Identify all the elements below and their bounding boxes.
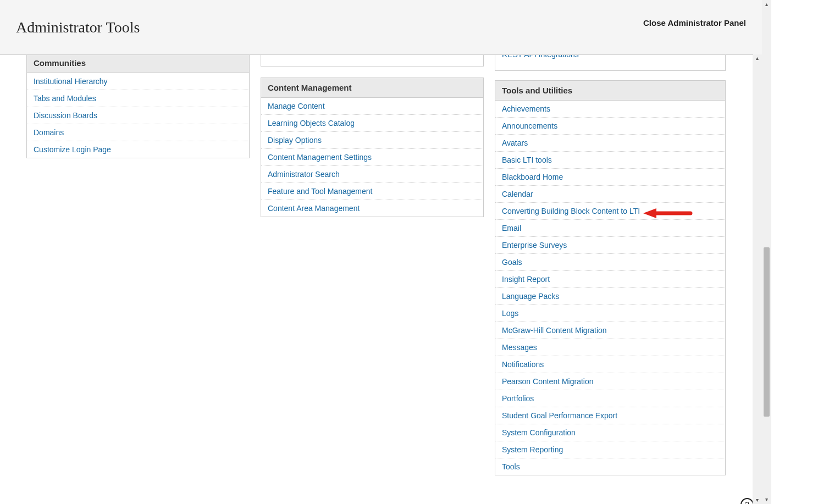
link-blackboard-home[interactable]: Blackboard Home — [502, 173, 563, 181]
list-item: Manage Content — [261, 98, 483, 115]
list-item: Administrator Search — [261, 166, 483, 183]
link-converting-building-block-content-to-lti[interactable]: Converting Building Block Content to LTI — [502, 207, 640, 215]
link-administrator-search[interactable]: Administrator Search — [268, 170, 340, 179]
panel-integrations-partial: REST API Integrations — [495, 54, 726, 71]
content-area: Communities Institutional Hierarchy Tabs… — [0, 54, 753, 504]
svg-text:?: ? — [745, 500, 749, 504]
link-messages[interactable]: Messages — [502, 343, 537, 352]
list-item: Tabs and Modules — [27, 90, 249, 107]
panel-communities: Communities Institutional Hierarchy Tabs… — [26, 54, 250, 158]
list-item: Calendar — [495, 186, 725, 203]
link-manage-content[interactable]: Manage Content — [268, 102, 325, 110]
link-display-options[interactable]: Display Options — [268, 136, 322, 145]
list-item: Avatars — [495, 135, 725, 152]
inner-scrollbar[interactable]: ▴ ▾ — [753, 54, 762, 504]
panel-communities-heading: Communities — [27, 54, 249, 73]
help-icon[interactable]: ? — [740, 497, 753, 504]
list-item: Email — [495, 220, 725, 237]
list-item: Achievements — [495, 101, 725, 118]
list-item: Feature and Tool Management — [261, 183, 483, 200]
link-insight-report[interactable]: Insight Report — [502, 275, 550, 284]
inner-scroll-up-icon[interactable]: ▴ — [753, 54, 762, 62]
link-calendar[interactable]: Calendar — [502, 190, 533, 198]
outer-scrollbar[interactable]: ▴ ▾ — [762, 0, 771, 504]
link-logs[interactable]: Logs — [502, 309, 518, 318]
panel-content-management-heading: Content Management — [261, 78, 483, 98]
header-bar: Administrator Tools Close Administrator … — [0, 0, 753, 55]
link-language-packs[interactable]: Language Packs — [502, 292, 559, 301]
link-email[interactable]: Email — [502, 224, 521, 232]
link-portfolios[interactable]: Portfolios — [502, 394, 534, 403]
link-achievements[interactable]: Achievements — [502, 104, 550, 113]
list-item: Content Management Settings — [261, 149, 483, 166]
list-item: Language Packs — [495, 288, 725, 305]
panel-tools-heading: Tools and Utilities — [495, 81, 725, 101]
link-announcements[interactable]: Announcements — [502, 121, 557, 130]
close-admin-panel-link[interactable]: Close Administrator Panel — [643, 18, 746, 27]
link-system-reporting[interactable]: System Reporting — [502, 445, 563, 454]
list-item: Notifications — [495, 356, 725, 373]
link-learning-objects-catalog[interactable]: Learning Objects Catalog — [268, 119, 355, 128]
list-item: Blackboard Home — [495, 169, 725, 186]
page-title: Administrator Tools — [16, 19, 140, 36]
link-tools[interactable]: Tools — [502, 462, 520, 471]
list-item: Announcements — [495, 118, 725, 135]
link-goals[interactable]: Goals — [502, 258, 522, 267]
link-content-management-settings[interactable]: Content Management Settings — [268, 153, 372, 162]
list-item: Basic LTI tools — [495, 152, 725, 169]
link-pearson-content-migration[interactable]: Pearson Content Migration — [502, 377, 594, 386]
link-avatars[interactable]: Avatars — [502, 139, 528, 147]
outer-scroll-up-icon[interactable]: ▴ — [762, 0, 771, 9]
link-notifications[interactable]: Notifications — [502, 360, 544, 369]
link-domains[interactable]: Domains — [34, 128, 64, 137]
panel-content-management: Content Management Manage Content Learni… — [261, 77, 484, 217]
link-feature-and-tool-management[interactable]: Feature and Tool Management — [268, 187, 372, 196]
list-item: Display Options — [261, 132, 483, 149]
list-item: Logs — [495, 305, 725, 322]
panel-tools-and-utilities: Tools and Utilities Achievements Announc… — [495, 80, 726, 475]
link-institutional-hierarchy[interactable]: Institutional Hierarchy — [34, 77, 108, 86]
list-item: Insight Report — [495, 271, 725, 288]
list-item: Learning Objects Catalog — [261, 115, 483, 132]
list-item: Enterprise Surveys — [495, 237, 725, 254]
link-system-configuration[interactable]: System Configuration — [502, 428, 576, 437]
panel-truncated-above — [261, 54, 484, 67]
callout-arrow-icon — [640, 207, 693, 219]
right-gutter — [771, 0, 829, 504]
list-item: Discussion Boards — [27, 107, 249, 124]
list-item: Student Goal Performance Export — [495, 407, 725, 424]
list-item: Customize Login Page — [27, 141, 249, 158]
list-item: Messages — [495, 339, 725, 356]
list-item: Institutional Hierarchy — [27, 73, 249, 90]
link-content-area-management[interactable]: Content Area Management — [268, 204, 360, 213]
list-item: Pearson Content Migration — [495, 373, 725, 390]
outer-scroll-thumb[interactable] — [764, 247, 770, 417]
list-item: Portfolios — [495, 390, 725, 407]
link-enterprise-surveys[interactable]: Enterprise Surveys — [502, 241, 567, 250]
list-item: Tools — [495, 458, 725, 475]
list-item: System Configuration — [495, 424, 725, 441]
list-item: Domains — [27, 124, 249, 141]
outer-scroll-down-icon[interactable]: ▾ — [762, 495, 771, 504]
link-discussion-boards[interactable]: Discussion Boards — [34, 111, 97, 120]
link-basic-lti-tools[interactable]: Basic LTI tools — [502, 156, 552, 164]
list-item: Content Area Management — [261, 200, 483, 217]
link-rest-api-integrations[interactable]: REST API Integrations — [502, 54, 579, 59]
link-tabs-and-modules[interactable]: Tabs and Modules — [34, 94, 96, 103]
list-item: Goals — [495, 254, 725, 271]
link-customize-login-page[interactable]: Customize Login Page — [34, 145, 111, 154]
link-mcgraw-hill-content-migration[interactable]: McGraw-Hill Content Migration — [502, 326, 607, 335]
link-student-goal-performance-export[interactable]: Student Goal Performance Export — [502, 411, 617, 420]
list-item: System Reporting — [495, 441, 725, 458]
svg-marker-1 — [643, 208, 656, 218]
list-item: McGraw-Hill Content Migration — [495, 322, 725, 339]
inner-scroll-down-icon[interactable]: ▾ — [753, 496, 762, 504]
